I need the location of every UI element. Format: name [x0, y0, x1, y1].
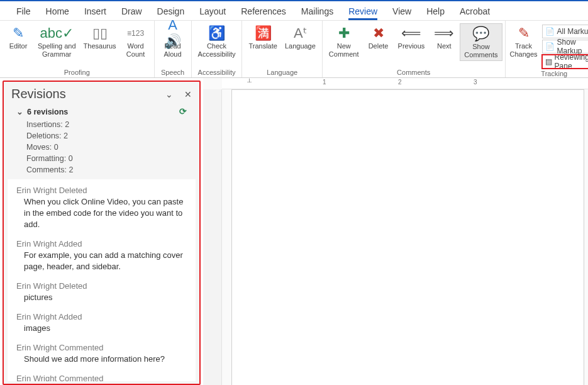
stat-insertions: Insertions: 2 [16, 119, 187, 130]
readaloud-button[interactable]: A🔊 Read Aloud [157, 23, 189, 60]
stat-moves: Moves: 0 [16, 142, 187, 153]
show-markup-button[interactable]: 📄 Show Markup ▾ [542, 40, 588, 53]
language-icon: Aᵗ [294, 25, 307, 42]
revision-item[interactable]: Erin Wright Deleted When you click Onlin… [16, 186, 187, 230]
group-comments: ✚ New Comment ✖ Delete ⟸ Previous ⟹ Next… [323, 21, 506, 77]
readaloud-icon: A🔊 [161, 25, 185, 42]
reviewing-pane-icon: ▤ [545, 57, 552, 66]
group-accessibility-title: Accessibility [194, 67, 240, 76]
pane-dropdown-button[interactable]: ⌄ [165, 89, 173, 99]
stat-deletions: Deletions: 2 [16, 130, 187, 142]
group-accessibility: ♿ Check Accessibility Accessibility [192, 21, 243, 77]
next-comment-button[interactable]: ⟹ Next [428, 23, 460, 52]
stat-formatting: Formatting: 0 [16, 153, 187, 164]
revision-item[interactable]: Erin Wright Commented Should we add more… [16, 343, 187, 365]
revision-author: Erin Wright Added [16, 239, 187, 248]
revision-body: Should we add more information here? [24, 354, 187, 365]
horizontal-ruler[interactable]: ┴ 1 2 3 [222, 78, 588, 89]
new-comment-label: New Comment [329, 42, 359, 59]
editor-icon: ✎ [13, 25, 24, 42]
tab-home[interactable]: Home [38, 4, 77, 20]
show-comments-button[interactable]: 💬 Show Comments [460, 23, 502, 61]
readaloud-label: Read Aloud [164, 42, 181, 59]
group-proofing: ✎ Editor abc✓ Spelling and Grammar ▯▯ Th… [0, 21, 155, 77]
tab-layout[interactable]: Layout [192, 4, 233, 20]
language-label: Language [285, 42, 316, 50]
spelling-icon: abc✓ [40, 25, 74, 42]
delete-comment-icon: ✖ [373, 25, 384, 42]
all-markup-select[interactable]: 📄 All Markup ▾ [542, 25, 588, 38]
language-button[interactable]: Aᵗ Language [281, 23, 319, 52]
tab-view[interactable]: View [385, 4, 419, 20]
tab-insert[interactable]: Insert [77, 4, 114, 20]
stat-comments: Comments: 2 [16, 164, 187, 176]
show-comments-label: Show Comments [464, 43, 497, 59]
revisions-count: 6 revisions [27, 108, 68, 116]
revision-author: Erin Wright Deleted [16, 186, 187, 195]
tab-references[interactable]: References [233, 4, 294, 20]
document-page[interactable] [231, 89, 584, 385]
pane-close-button[interactable]: ✕ [184, 89, 192, 99]
wordcount-button[interactable]: ≡123 Word Count [120, 23, 152, 60]
revision-body: When you click Online Video, you can pas… [24, 196, 187, 230]
new-comment-button[interactable]: ✚ New Comment [325, 23, 363, 60]
all-markup-icon: 📄 [545, 27, 555, 36]
editor-label: Editor [9, 42, 28, 50]
reviewing-pane-button[interactable]: ▤ Reviewing Pane ▾ [542, 55, 588, 69]
editor-button[interactable]: ✎ Editor [3, 23, 34, 52]
document-area[interactable]: ┴ 1 2 3 [203, 78, 588, 385]
thesaurus-icon: ▯▯ [92, 25, 108, 42]
spelling-button[interactable]: abc✓ Spelling and Grammar [34, 23, 80, 60]
revision-author: Erin Wright Added [16, 312, 187, 321]
group-language: 🈵 Translate Aᵗ Language Language [242, 21, 322, 77]
tab-draw[interactable]: Draw [114, 4, 150, 20]
track-changes-label: Track Changes [510, 42, 538, 59]
revision-item[interactable]: Erin Wright Commented I will do some res… [16, 374, 187, 381]
chevron-down-icon[interactable]: ⌄ [16, 108, 23, 116]
track-changes-button[interactable]: ✎ Track Changes [508, 23, 540, 60]
revisions-list[interactable]: Erin Wright Deleted When you click Onlin… [8, 179, 196, 381]
next-comment-label: Next [437, 42, 452, 50]
accessibility-label: Check Accessibility [198, 42, 236, 59]
ruler-num-1: 1 [323, 79, 398, 86]
ruler-mark: ┴ [247, 79, 323, 86]
previous-comment-icon: ⟸ [401, 25, 421, 42]
refresh-icon[interactable]: ⟳ [179, 106, 187, 116]
ruler-num-2: 2 [398, 79, 474, 86]
revision-author: Erin Wright Commented [16, 374, 187, 381]
revision-author: Erin Wright Commented [16, 343, 187, 352]
vertical-ruler[interactable] [203, 89, 222, 385]
tab-acrobat[interactable]: Acrobat [452, 4, 497, 20]
revision-item[interactable]: Erin Wright Deleted pictures [16, 281, 187, 303]
tab-mailings[interactable]: Mailings [294, 4, 341, 20]
delete-comment-button[interactable]: ✖ Delete [363, 23, 394, 52]
revision-item[interactable]: Erin Wright Added For example, you can a… [16, 239, 187, 272]
revisions-title: Revisions [11, 87, 66, 101]
wordcount-icon: ≡123 [127, 25, 144, 42]
tab-file[interactable]: File [9, 4, 38, 20]
ribbon: ✎ Editor abc✓ Spelling and Grammar ▯▯ Th… [0, 20, 588, 78]
spelling-label: Spelling and Grammar [38, 42, 76, 59]
all-markup-label: All Markup [557, 27, 588, 36]
revision-body: For example, you can add a matching cove… [24, 250, 187, 272]
previous-comment-label: Previous [398, 42, 425, 50]
group-speech-title: Speech [157, 67, 189, 76]
thesaurus-label: Thesaurus [84, 42, 116, 50]
delete-comment-label: Delete [369, 42, 389, 50]
revision-item[interactable]: Erin Wright Added images [16, 312, 187, 334]
translate-button[interactable]: 🈵 Translate [245, 23, 280, 52]
accessibility-button[interactable]: ♿ Check Accessibility [194, 23, 240, 60]
previous-comment-button[interactable]: ⟸ Previous [394, 23, 429, 52]
show-markup-icon: 📄 [545, 42, 555, 51]
group-tracking-title: Tracking [508, 69, 588, 77]
group-speech: A🔊 Read Aloud Speech [155, 21, 192, 77]
revision-body: pictures [24, 292, 187, 303]
revision-author: Erin Wright Deleted [16, 281, 187, 291]
tab-review[interactable]: Review [341, 4, 385, 20]
group-comments-title: Comments [325, 67, 502, 76]
revision-body: images [24, 323, 187, 334]
thesaurus-button[interactable]: ▯▯ Thesaurus [80, 23, 120, 52]
tab-help[interactable]: Help [419, 4, 452, 20]
translate-icon: 🈵 [255, 25, 272, 42]
ruler-num-3: 3 [474, 79, 549, 86]
